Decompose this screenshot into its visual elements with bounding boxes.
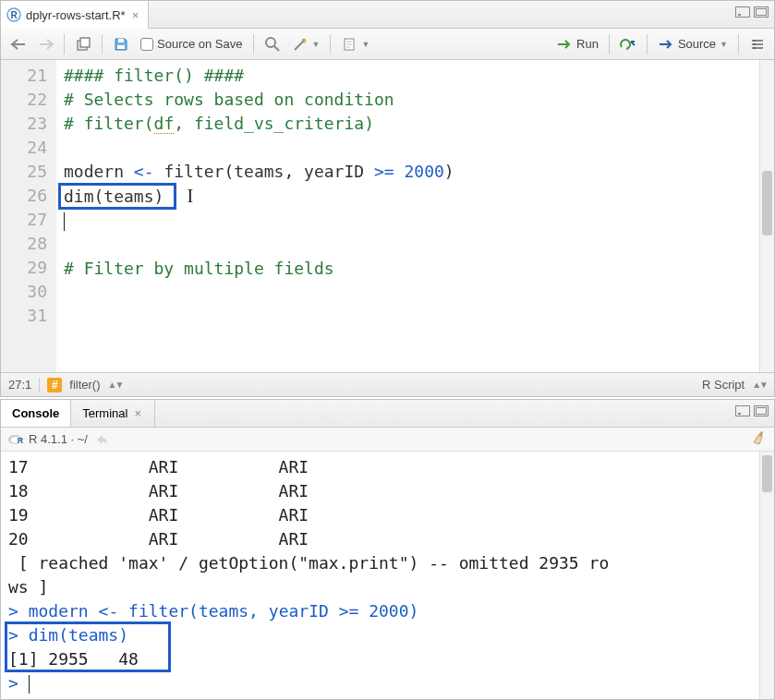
source-label: Source [678, 37, 716, 51]
separator [738, 34, 739, 54]
line-number-gutter: 2122232425262728293031 [1, 60, 56, 372]
separator [102, 34, 103, 54]
code-editor[interactable]: 2122232425262728293031 #### filter() ###… [1, 60, 774, 372]
svg-text:R: R [18, 436, 23, 445]
svg-point-6 [266, 38, 275, 47]
run-arrow-icon [556, 36, 573, 53]
popout-icon [75, 36, 91, 53]
source-button[interactable]: Source ▼ [653, 33, 733, 55]
rerun-icon [620, 36, 636, 53]
tab-filename: dplyr-rows-start.R* [26, 8, 126, 22]
source-tab-bar: R dplyr-rows-start.R* × [1, 1, 774, 29]
code-content[interactable]: #### filter() ##### Selects rows based o… [56, 60, 759, 372]
source-toolbar: Source on Save ▼ ▼ Run Source ▼ [1, 29, 774, 60]
separator [330, 34, 331, 54]
pane-window-controls [735, 6, 769, 18]
cursor-position: 27:1 [8, 378, 31, 392]
dropdown-caret-icon: ▼ [312, 40, 321, 49]
share-icon[interactable] [93, 431, 110, 448]
run-label: Run [576, 37, 599, 51]
file-type-label[interactable]: R Script [702, 378, 745, 392]
separator [64, 34, 65, 54]
tab-close-icon[interactable]: × [130, 8, 141, 22]
run-button[interactable]: Run [551, 33, 603, 55]
maximize-pane-icon[interactable] [754, 405, 769, 416]
forward-button[interactable] [32, 33, 58, 55]
r-version-path: R 4.1.1 · ~/ [29, 432, 88, 446]
outline-icon [749, 36, 766, 53]
pane-window-controls [735, 405, 769, 416]
source-arrow-icon [658, 36, 674, 53]
minimize-pane-icon[interactable] [735, 405, 750, 416]
source-pane: R dplyr-rows-start.R* × Source on Save [0, 0, 775, 397]
section-nav-icon[interactable]: ▲▼ [108, 380, 123, 390]
svg-rect-4 [117, 45, 125, 49]
source-on-save-checkbox[interactable]: Source on Save [136, 34, 248, 54]
show-in-new-window-button[interactable] [70, 33, 96, 55]
vertical-scrollbar[interactable] [759, 60, 774, 372]
find-button[interactable] [260, 33, 285, 55]
terminal-tab[interactable]: Terminal × [71, 400, 155, 427]
terminal-tab-label: Terminal [82, 406, 127, 420]
console-tab-label: Console [12, 406, 59, 420]
rerun-button[interactable] [615, 33, 641, 55]
maximize-pane-icon[interactable] [754, 6, 769, 18]
filetype-nav-icon[interactable]: ▲▼ [752, 380, 767, 390]
section-badge-icon: # [47, 378, 62, 392]
search-icon [264, 36, 281, 53]
wand-icon [292, 36, 309, 53]
console-tab[interactable]: Console [1, 400, 71, 427]
console-output[interactable]: 17 ARI ARI18 ARI ARI19 ARI ARI20 ARI ARI… [1, 452, 774, 699]
outline-button[interactable] [745, 33, 770, 55]
notebook-icon [341, 36, 357, 53]
clear-console-icon[interactable] [750, 429, 767, 450]
separator [647, 34, 648, 54]
save-icon [113, 36, 129, 53]
source-file-tab[interactable]: R dplyr-rows-start.R* × [1, 1, 149, 29]
section-name[interactable]: filter() [69, 378, 100, 392]
back-arrow-icon [9, 36, 26, 53]
console-tab-bar: Console Terminal × [1, 400, 774, 428]
console-info-bar: R R 4.1.1 · ~/ [1, 428, 774, 452]
separator [253, 34, 254, 54]
svg-rect-5 [118, 39, 124, 42]
console-pane: Console Terminal × R R 4.1.1 · ~/ 17 ARI… [0, 399, 775, 700]
vertical-scrollbar[interactable] [759, 452, 774, 699]
back-button[interactable] [5, 33, 30, 55]
checkbox-icon [140, 38, 153, 51]
tab-close-icon[interactable]: × [132, 406, 143, 420]
r-logo-icon: R [8, 432, 23, 447]
r-file-icon: R [6, 7, 21, 22]
svg-text:R: R [10, 10, 18, 20]
code-tools-button[interactable]: ▼ [287, 33, 325, 55]
source-status-bar: 27:1 # filter() ▲▼ R Script ▲▼ [1, 372, 774, 396]
forward-arrow-icon [37, 36, 54, 53]
dropdown-caret-icon: ▼ [361, 40, 369, 49]
separator [609, 34, 610, 54]
dropdown-caret-icon: ▼ [720, 40, 728, 49]
save-button[interactable] [108, 33, 134, 55]
minimize-pane-icon[interactable] [735, 6, 750, 18]
svg-rect-3 [80, 38, 90, 47]
source-on-save-label: Source on Save [157, 37, 243, 51]
compile-report-button[interactable]: ▼ [336, 33, 374, 55]
